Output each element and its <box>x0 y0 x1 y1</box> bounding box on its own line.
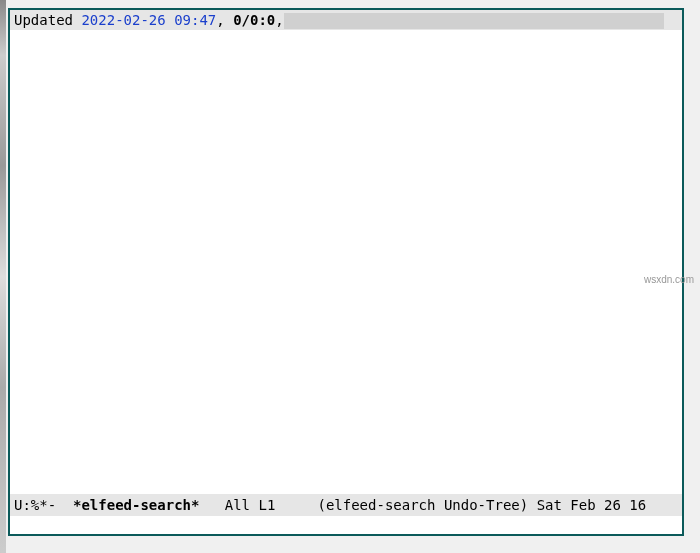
header-timestamp: 2022-02-26 09:47 <box>81 12 216 28</box>
background-sliver <box>0 0 6 553</box>
echo-area[interactable] <box>10 516 682 534</box>
header-stats: 0/0:0 <box>233 12 275 28</box>
header-updated-label: Updated <box>14 12 81 28</box>
modeline-datetime: Sat Feb 26 16 <box>537 497 647 513</box>
modeline-modes: (elfeed-search Undo-Tree) <box>317 497 536 513</box>
header-separator: , <box>216 12 233 28</box>
emacs-frame: Updated 2022-02-26 09:47, 0/0:0, U:%*- *… <box>8 8 684 536</box>
buffer-area[interactable] <box>10 30 682 494</box>
header-highlight <box>284 13 664 29</box>
modeline-position: All L1 <box>199 497 317 513</box>
modeline-status: U:%*- <box>14 497 73 513</box>
mode-line[interactable]: U:%*- *elfeed-search* All L1 (elfeed-sea… <box>10 494 682 516</box>
header-line: Updated 2022-02-26 09:47, 0/0:0, <box>10 10 682 30</box>
modeline-buffer-name: *elfeed-search* <box>73 497 199 513</box>
header-separator2: , <box>275 12 283 28</box>
watermark: wsxdn.com <box>644 274 694 285</box>
